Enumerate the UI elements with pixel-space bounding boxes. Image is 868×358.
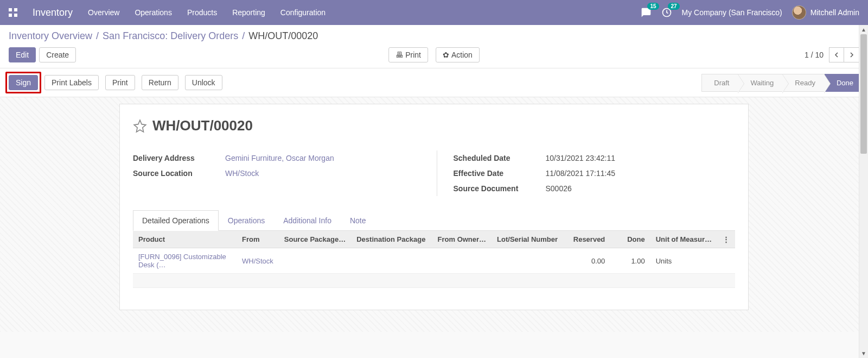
user-menu[interactable]: Mitchell Admin xyxy=(792,5,859,20)
scroll-up-icon[interactable]: ▲ xyxy=(859,25,868,34)
step-ready[interactable]: Ready xyxy=(783,74,825,92)
value-source-location[interactable]: WH/Stock xyxy=(225,169,259,178)
avatar xyxy=(792,5,806,20)
svg-rect-1 xyxy=(14,8,17,11)
th-from-owner[interactable]: From Owner… xyxy=(432,231,492,248)
cell-product[interactable]: [FURN_0096] Customizable Desk (… xyxy=(133,248,237,274)
cell-from[interactable]: WH/Stock xyxy=(237,248,279,274)
nav-configuration[interactable]: Configuration xyxy=(280,8,326,17)
breadcrumb-link-1[interactable]: San Francisco: Delivery Orders xyxy=(103,30,238,41)
activities-badge: 27 xyxy=(668,3,679,10)
operations-table: Product From Source Package… Destination… xyxy=(133,231,735,288)
table-header-row: Product From Source Package… Destination… xyxy=(133,231,735,248)
cell-source-package[interactable] xyxy=(279,248,351,274)
label-scheduled-date: Scheduled Date xyxy=(454,154,546,162)
sign-button[interactable]: Sign xyxy=(9,75,38,90)
pager-text: 1 / 10 xyxy=(805,51,824,59)
edit-button[interactable]: Edit xyxy=(9,47,36,62)
table-footer-spacer xyxy=(133,274,735,288)
star-icon[interactable] xyxy=(133,119,147,133)
nav-reporting[interactable]: Reporting xyxy=(232,8,265,17)
nav-operations[interactable]: Operations xyxy=(135,8,171,17)
step-draft[interactable]: Draft xyxy=(701,74,738,92)
company-selector[interactable]: My Company (San Francisco) xyxy=(682,8,782,17)
cell-from-owner[interactable] xyxy=(432,248,492,274)
th-from[interactable]: From xyxy=(237,231,279,248)
messages-icon[interactable]: 15 xyxy=(641,7,652,18)
tab-detailed-operations[interactable]: Detailed Operations xyxy=(133,210,219,231)
print-dropdown[interactable]: 🖶Print xyxy=(388,47,428,62)
tab-note[interactable]: Note xyxy=(341,210,375,230)
unlock-button[interactable]: Unlock xyxy=(185,75,222,90)
user-name: Mitchell Admin xyxy=(810,8,859,17)
nav-overview[interactable]: Overview xyxy=(88,8,119,17)
messages-badge: 15 xyxy=(647,3,659,10)
print-button[interactable]: Print xyxy=(105,75,135,90)
label-source-document: Source Document xyxy=(454,184,546,193)
activities-icon[interactable]: 27 xyxy=(661,7,672,18)
breadcrumb-link-0[interactable]: Inventory Overview xyxy=(9,30,92,41)
print-labels-button[interactable]: Print Labels xyxy=(44,75,99,90)
th-product[interactable]: Product xyxy=(133,231,237,248)
th-source-package[interactable]: Source Package… xyxy=(279,231,351,248)
tab-operations[interactable]: Operations xyxy=(219,210,274,230)
form-sheet: WH/OUT/00020 Delivery Address Gemini Fur… xyxy=(119,104,749,310)
breadcrumb: Inventory Overview / San Francisco: Deli… xyxy=(9,30,859,42)
pager-next[interactable] xyxy=(844,47,859,62)
cell-dest-package[interactable] xyxy=(351,248,432,274)
create-button[interactable]: Create xyxy=(39,47,76,62)
breadcrumb-current: WH/OUT/00020 xyxy=(248,30,318,41)
app-name[interactable]: Inventory xyxy=(33,7,73,18)
value-source-document[interactable]: S00026 xyxy=(546,184,572,193)
apps-icon[interactable] xyxy=(9,8,17,17)
record-title: WH/OUT/00020 xyxy=(152,117,253,134)
cell-options xyxy=(717,248,735,274)
svg-rect-3 xyxy=(14,14,17,17)
value-effective-date: 11/08/2021 17:11:45 xyxy=(546,169,615,178)
window-scrollbar[interactable]: ▲ ▼ xyxy=(859,25,868,332)
th-dest-package[interactable]: Destination Package xyxy=(351,231,432,248)
th-done[interactable]: Done xyxy=(610,231,650,248)
scroll-thumb[interactable] xyxy=(860,34,867,154)
tabs: Detailed Operations Operations Additiona… xyxy=(133,210,735,231)
svg-rect-2 xyxy=(9,14,12,17)
th-reserved[interactable]: Reserved xyxy=(563,231,610,248)
step-waiting[interactable]: Waiting xyxy=(738,74,783,92)
cell-reserved[interactable]: 0.00 xyxy=(563,248,610,274)
top-navbar: Inventory Overview Operations Products R… xyxy=(0,0,868,25)
tab-additional-info[interactable]: Additional Info xyxy=(274,210,341,230)
control-panel: Inventory Overview / San Francisco: Deli… xyxy=(0,25,868,68)
cell-done[interactable]: 1.00 xyxy=(610,248,650,274)
status-bar: Sign Print Labels Print Return Unlock Dr… xyxy=(0,68,868,97)
print-icon: 🖶 xyxy=(395,51,403,59)
return-button[interactable]: Return xyxy=(142,75,178,90)
label-effective-date: Effective Date xyxy=(454,169,546,178)
svg-rect-0 xyxy=(9,8,12,11)
sheet-background: WH/OUT/00020 Delivery Address Gemini Fur… xyxy=(0,97,868,332)
th-uom[interactable]: Unit of Measur… xyxy=(650,231,717,248)
cell-uom[interactable]: Units xyxy=(650,248,717,274)
label-delivery-address: Delivery Address xyxy=(133,154,225,162)
value-delivery-address[interactable]: Gemini Furniture, Oscar Morgan xyxy=(225,154,334,162)
table-row[interactable]: [FURN_0096] Customizable Desk (… WH/Stoc… xyxy=(133,248,735,274)
label-source-location: Source Location xyxy=(133,169,225,178)
nav-products[interactable]: Products xyxy=(187,8,217,17)
cell-lot[interactable] xyxy=(492,248,563,274)
th-lot[interactable]: Lot/Serial Number xyxy=(492,231,563,248)
pager-prev[interactable] xyxy=(829,47,844,62)
th-options-icon[interactable]: ⋮ xyxy=(717,231,735,248)
sign-highlight: Sign xyxy=(5,72,41,93)
action-dropdown[interactable]: ✿Action xyxy=(436,47,480,62)
gear-icon: ✿ xyxy=(443,51,449,59)
value-scheduled-date: 10/31/2021 23:42:11 xyxy=(546,154,615,162)
status-steps: Draft Waiting Ready Done xyxy=(701,73,863,92)
